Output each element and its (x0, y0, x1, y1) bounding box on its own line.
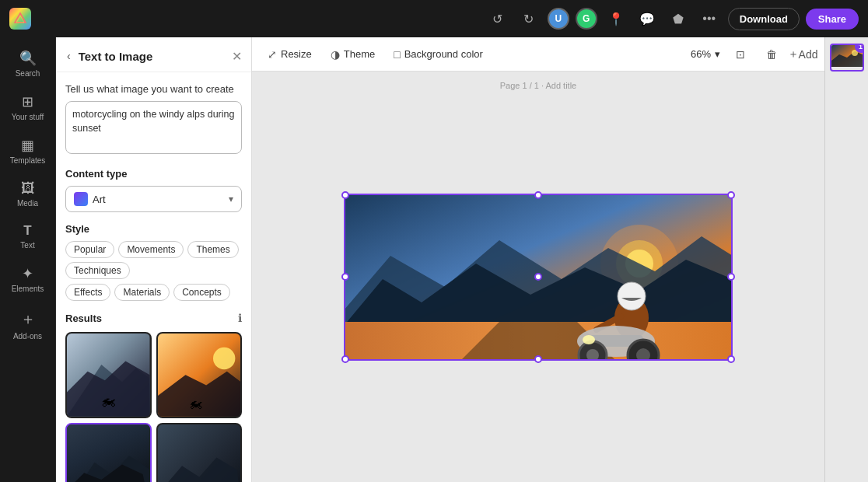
share-button[interactable]: Share (806, 9, 859, 30)
add-button[interactable]: ＋ Add (792, 44, 814, 65)
sidebar-item-text[interactable]: T Text (5, 217, 51, 256)
canvas-frame[interactable] (344, 194, 733, 361)
results-label: Results (65, 313, 238, 324)
style-tag-materials[interactable]: Materials (114, 284, 170, 301)
sidebar-item-your-stuff[interactable]: ⊞ Your stuff (5, 87, 51, 127)
panel-body: Tell us what image you want to create Co… (56, 72, 251, 482)
sidebar-item-your-stuff-label: Your stuff (12, 113, 44, 121)
svg-marker-1 (16, 16, 24, 23)
theme-icon: ◑ (331, 48, 340, 61)
panel-close-button[interactable]: ✕ (232, 49, 242, 64)
panel-header: ‹ Text to Image ✕ (56, 37, 251, 72)
style-tag-effects[interactable]: Effects (65, 284, 110, 301)
page-preview-1[interactable]: 1 (830, 44, 864, 72)
style-tags-row1: Popular Movements Themes Techniques (65, 241, 242, 279)
style-tag-popular[interactable]: Popular (65, 241, 114, 258)
style-tag-themes[interactable]: Themes (187, 241, 238, 258)
resize-toolbar-item[interactable]: ⤢ Resize (263, 45, 317, 64)
icon-sidebar: 🔍 Search ⊞ Your stuff ▦ Templates 🖼 Medi… (0, 37, 56, 482)
sidebar-item-addons-label: Add-ons (13, 332, 42, 341)
sidebar-item-media[interactable]: 🖼 Media (5, 174, 51, 214)
main-canvas-image (344, 194, 733, 361)
page-label: Page 1 / 1 · Add title (500, 81, 576, 90)
bg-color-toolbar-item[interactable]: □ Background color (389, 45, 488, 64)
content-type-value: Art (93, 194, 224, 205)
theme-label: Theme (344, 48, 375, 60)
result-thumbnail-3[interactable]: 🏍 (65, 423, 152, 483)
art-icon (74, 192, 88, 206)
svg-point-35 (583, 335, 595, 344)
style-tag-techniques[interactable]: Techniques (65, 262, 130, 279)
bg-color-icon: □ (394, 48, 400, 61)
result-thumbnail-1[interactable]: 🏍 (65, 332, 152, 418)
zoom-value: 66% (691, 48, 711, 60)
sidebar-item-elements-label: Elements (12, 285, 44, 293)
delete-button[interactable]: 🗑 (761, 44, 782, 65)
elements-icon: ✦ (22, 265, 33, 282)
download-button[interactable]: Download (728, 8, 800, 30)
result-thumbnail-4[interactable]: 🏍 (156, 423, 243, 483)
resize-icon: ⤢ (268, 48, 277, 61)
sidebar-item-search[interactable]: 🔍 Search (5, 44, 51, 84)
style-tag-movements[interactable]: Movements (118, 241, 184, 258)
canvas-content: Page 1 / 1 · Add title (252, 72, 824, 482)
user-avatar-1[interactable]: U (548, 8, 569, 30)
results-grid: 🏍 (65, 332, 242, 482)
results-info-button[interactable]: ℹ (238, 312, 242, 324)
chevron-down-icon: ▾ (229, 194, 233, 204)
search-icon: 🔍 (19, 50, 37, 67)
sidebar-item-media-label: Media (17, 199, 38, 208)
more-options-button[interactable]: ••• (697, 6, 722, 31)
text-to-image-panel: ‹ Text to Image ✕ Tell us what image you… (56, 37, 252, 482)
sidebar-item-search-label: Search (16, 69, 40, 78)
content-type-label: Content type (65, 168, 242, 180)
user-avatar-2[interactable]: G (576, 8, 597, 30)
svg-marker-0 (15, 13, 26, 23)
redo-button[interactable]: ↻ (516, 6, 541, 31)
templates-icon: ▦ (21, 137, 34, 154)
undo-button[interactable]: ↺ (485, 6, 510, 31)
style-tags-row2: Effects Materials Concepts (65, 284, 242, 301)
present-icon-btn[interactable]: ⬟ (666, 6, 691, 31)
sidebar-item-elements[interactable]: ✦ Elements (5, 259, 51, 299)
svg-text:🏍: 🏍 (100, 392, 116, 409)
sidebar-item-templates-label: Templates (10, 156, 46, 165)
results-header: Results ℹ (65, 312, 242, 324)
panel-title: Text to Image (79, 50, 226, 63)
zoom-chevron-icon: ▾ (715, 48, 720, 60)
app-logo (9, 8, 31, 30)
style-tag-concepts[interactable]: Concepts (173, 284, 230, 301)
addons-icon: ＋ (20, 309, 36, 330)
svg-point-7 (213, 348, 235, 369)
panel-back-button[interactable]: ‹ (65, 48, 72, 64)
right-panel: 1 (824, 37, 868, 482)
bg-color-label: Background color (404, 48, 483, 60)
resize-label: Resize (281, 48, 312, 60)
text-icon: T (23, 223, 31, 239)
content-type-select[interactable]: Art ▾ (65, 186, 242, 212)
plus-icon: ＋ (788, 47, 799, 61)
grid-icon: ⊞ (22, 93, 33, 110)
svg-text:🏍: 🏍 (188, 396, 202, 411)
main-layout: 🔍 Search ⊞ Your stuff ▦ Templates 🖼 Medi… (0, 37, 868, 482)
media-icon: 🖼 (21, 180, 35, 197)
theme-toolbar-item[interactable]: ◑ Theme (326, 45, 380, 64)
prompt-textarea[interactable] (65, 101, 242, 154)
style-label: Style (65, 223, 242, 235)
location-icon-btn[interactable]: 📍 (604, 6, 628, 31)
sidebar-item-text-label: Text (20, 241, 34, 250)
comment-icon-btn[interactable]: 💬 (635, 6, 660, 31)
sidebar-item-templates[interactable]: ▦ Templates (5, 131, 51, 171)
result-thumbnail-2[interactable]: 🏍 (156, 332, 243, 418)
canvas-area: ⤢ Resize ◑ Theme □ Background color 66% … (252, 37, 824, 482)
fit-view-button[interactable]: ⊡ (730, 44, 751, 65)
zoom-control[interactable]: 66% ▾ (691, 48, 720, 60)
add-label: Add (799, 48, 818, 61)
sidebar-item-addons[interactable]: ＋ Add-ons (5, 302, 51, 347)
prompt-label: Tell us what image you want to create (65, 83, 242, 95)
topbar: ↺ ↻ U G 📍 💬 ⬟ ••• Download Share (0, 0, 868, 37)
topbar-icons: ↺ ↻ U G 📍 💬 ⬟ ••• Download Share (485, 6, 859, 31)
canvas-toolbar: ⤢ Resize ◑ Theme □ Background color 66% … (252, 37, 824, 72)
